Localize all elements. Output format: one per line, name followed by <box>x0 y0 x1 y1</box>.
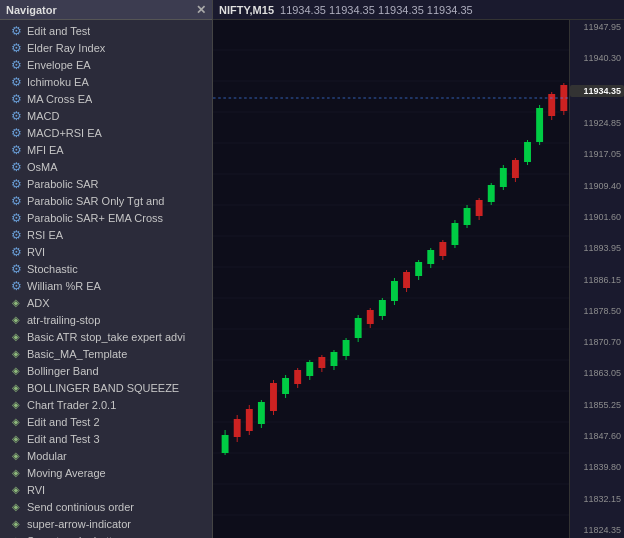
chart-canvas <box>213 20 569 538</box>
nav-item-basic-ma-template[interactable]: ◈ Basic_MA_Template <box>0 345 212 362</box>
nav-item-edit-test-2[interactable]: ◈ Edit and Test 2 <box>0 413 212 430</box>
indicator-icon: ◈ <box>8 517 24 531</box>
svg-rect-26 <box>270 383 277 411</box>
indicator-icon: ◈ <box>8 449 24 463</box>
nav-item-super-arrow[interactable]: ◈ super-arrow-indicator <box>0 515 212 532</box>
nav-item-ichimoku-ea[interactable]: ⚙ Ichimoku EA <box>0 73 212 90</box>
nav-item-parabolic-sar-tgt[interactable]: ⚙ Parabolic SAR Only Tgt and <box>0 192 212 209</box>
navigator-header: Navigator ✕ <box>0 0 212 20</box>
ea-icon: ⚙ <box>8 160 24 174</box>
svg-rect-68 <box>524 142 531 162</box>
navigator-close-button[interactable]: ✕ <box>196 4 206 16</box>
price-label-10: 11870.70 <box>570 337 624 348</box>
indicator-icon: ◈ <box>8 466 24 480</box>
indicator-icon: ◈ <box>8 364 24 378</box>
nav-item-supertrend[interactable]: ◈ Supertrend _ button <box>0 532 212 538</box>
nav-item-envelope-ea[interactable]: ⚙ Envelope EA <box>0 56 212 73</box>
nav-item-ma-cross-ea[interactable]: ⚙ MA Cross EA <box>0 90 212 107</box>
price-label-14: 11839.80 <box>570 462 624 473</box>
nav-item-rsi-ea[interactable]: ⚙ RSI EA <box>0 226 212 243</box>
nav-item-basic-atr[interactable]: ◈ Basic ATR stop_take expert advi <box>0 328 212 345</box>
nav-item-bollinger-squeeze[interactable]: ◈ BOLLINGER BAND SQUEEZE <box>0 379 212 396</box>
svg-rect-42 <box>367 310 374 324</box>
ea-icon: ⚙ <box>8 126 24 140</box>
ea-icon: ⚙ <box>8 75 24 89</box>
svg-rect-30 <box>294 370 301 384</box>
nav-item-mfi-ea[interactable]: ⚙ MFI EA <box>0 141 212 158</box>
ea-icon: ⚙ <box>8 109 24 123</box>
ea-icon: ⚙ <box>8 143 24 157</box>
navigator-body: ⚙ Edit and Test ⚙ Elder Ray Index ⚙ Enve… <box>0 20 212 538</box>
svg-rect-64 <box>500 168 507 187</box>
indicator-icon: ◈ <box>8 432 24 446</box>
indicator-icon: ◈ <box>8 296 24 310</box>
indicator-icon: ◈ <box>8 415 24 429</box>
ea-icon: ⚙ <box>8 194 24 208</box>
nav-item-edit-and-test[interactable]: ⚙ Edit and Test <box>0 22 212 39</box>
price-label-3: 11924.85 <box>570 118 624 129</box>
ea-icon: ⚙ <box>8 211 24 225</box>
nav-item-osma[interactable]: ⚙ OsMA <box>0 158 212 175</box>
indicator-icon: ◈ <box>8 483 24 497</box>
svg-rect-52 <box>427 250 434 264</box>
ea-icon: ⚙ <box>8 24 24 38</box>
nav-item-macd-rsi-ea[interactable]: ⚙ MACD+RSI EA <box>0 124 212 141</box>
chart-area[interactable]: NIFTY,M15 11934.35 11934.35 11934.35 119… <box>213 0 624 538</box>
indicator-icon: ◈ <box>8 500 24 514</box>
nav-item-modular[interactable]: ◈ Modular <box>0 447 212 464</box>
indicator-icon: ◈ <box>8 381 24 395</box>
price-label-13: 11847.60 <box>570 431 624 442</box>
chart-ohlc: 11934.35 11934.35 11934.35 11934.35 <box>280 4 473 16</box>
svg-rect-44 <box>379 300 386 316</box>
svg-rect-38 <box>343 340 350 356</box>
price-label-12: 11855.25 <box>570 400 624 411</box>
price-label-6: 11901.60 <box>570 212 624 223</box>
svg-rect-70 <box>536 108 543 142</box>
nav-item-parabolic-sar-ema[interactable]: ⚙ Parabolic SAR+ EMA Cross <box>0 209 212 226</box>
nav-item-adx[interactable]: ◈ ADX <box>0 294 212 311</box>
nav-item-edit-test-3[interactable]: ◈ Edit and Test 3 <box>0 430 212 447</box>
nav-item-atr-trailing[interactable]: ◈ atr-trailing-stop <box>0 311 212 328</box>
chart-title-bar: NIFTY,M15 11934.35 11934.35 11934.35 119… <box>213 0 624 20</box>
ea-icon: ⚙ <box>8 279 24 293</box>
svg-rect-20 <box>234 419 241 437</box>
ea-icon: ⚙ <box>8 58 24 72</box>
nav-item-elder-ray[interactable]: ⚙ Elder Ray Index <box>0 39 212 56</box>
price-axis: 11947.95 11940.30 11934.35 11924.85 1191… <box>569 20 624 538</box>
nav-item-william-r-ea[interactable]: ⚙ William %R EA <box>0 277 212 294</box>
price-label-11: 11863.05 <box>570 368 624 379</box>
svg-rect-40 <box>355 318 362 338</box>
svg-rect-60 <box>476 200 483 216</box>
candlestick-chart <box>213 20 569 538</box>
nav-item-moving-average[interactable]: ◈ Moving Average <box>0 464 212 481</box>
indicator-icon: ◈ <box>8 330 24 344</box>
price-label-2: 11940.30 <box>570 53 624 64</box>
price-label-8: 11886.15 <box>570 275 624 286</box>
ea-icon: ⚙ <box>8 92 24 106</box>
svg-rect-24 <box>258 402 265 424</box>
nav-item-rvi[interactable]: ⚙ RVI <box>0 243 212 260</box>
nav-item-rvi-ind[interactable]: ◈ RVI <box>0 481 212 498</box>
chart-symbol: NIFTY,M15 <box>219 4 274 16</box>
indicator-icon: ◈ <box>8 347 24 361</box>
navigator-title: Navigator <box>6 4 57 16</box>
nav-item-bollinger-band[interactable]: ◈ Bollinger Band <box>0 362 212 379</box>
price-label-4: 11917.05 <box>570 149 624 160</box>
nav-item-stochastic[interactable]: ⚙ Stochastic <box>0 260 212 277</box>
price-label-16: 11824.35 <box>570 525 624 536</box>
svg-rect-18 <box>222 435 229 453</box>
nav-item-send-order[interactable]: ◈ Send continious order <box>0 498 212 515</box>
svg-rect-72 <box>548 94 555 116</box>
ea-icon: ⚙ <box>8 262 24 276</box>
svg-rect-34 <box>318 357 325 368</box>
ea-icon: ⚙ <box>8 41 24 55</box>
navigator-panel: Navigator ✕ ⚙ Edit and Test ⚙ Elder Ray … <box>0 0 213 538</box>
ea-icon: ⚙ <box>8 228 24 242</box>
nav-item-parabolic-sar[interactable]: ⚙ Parabolic SAR <box>0 175 212 192</box>
ea-icon: ⚙ <box>8 177 24 191</box>
svg-rect-22 <box>246 409 253 431</box>
svg-rect-56 <box>451 223 458 245</box>
price-label-5: 11909.40 <box>570 181 624 192</box>
nav-item-macd[interactable]: ⚙ MACD <box>0 107 212 124</box>
nav-item-chart-trader[interactable]: ◈ Chart Trader 2.0.1 <box>0 396 212 413</box>
